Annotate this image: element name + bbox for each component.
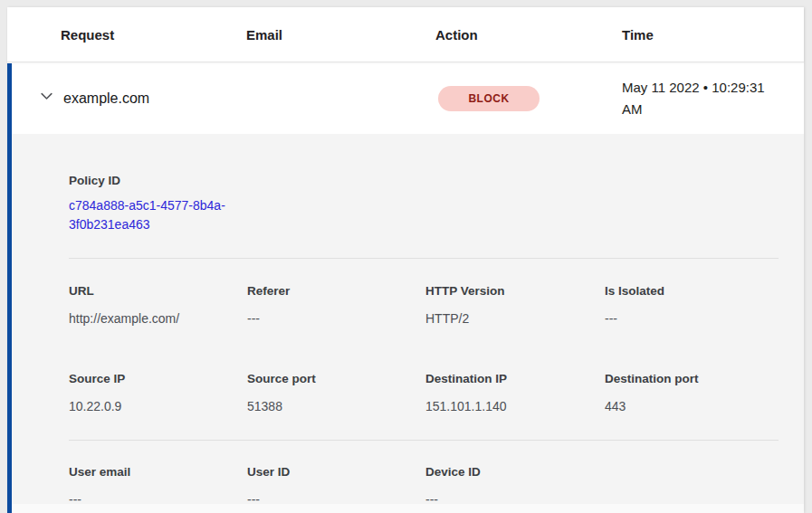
log-details-panel: Policy ID c784a888-a5c1-4577-8b4a-3f0b23… bbox=[7, 134, 804, 513]
field-label: Source IP bbox=[69, 372, 247, 385]
action-block-badge: BLOCK bbox=[438, 86, 540, 111]
field-destination-port: Destination port 443 bbox=[605, 372, 779, 413]
field-value: --- bbox=[247, 311, 425, 326]
field-value: http://example.com/ bbox=[69, 311, 247, 326]
field-label: Destination IP bbox=[425, 372, 605, 385]
expanded-row-accent-bar bbox=[7, 63, 12, 513]
policy-id-link[interactable]: c784a888-a5c1-4577-8b4a-3f0b231ea463 bbox=[69, 196, 250, 234]
field-value: 443 bbox=[605, 399, 779, 413]
policy-id-block: Policy ID c784a888-a5c1-4577-8b4a-3f0b23… bbox=[69, 174, 779, 234]
field-value: HTTP/2 bbox=[425, 311, 605, 326]
field-label: HTTP Version bbox=[425, 284, 605, 298]
chevron-down-icon bbox=[39, 89, 54, 108]
field-value: --- bbox=[605, 311, 779, 326]
field-label: URL bbox=[69, 284, 247, 298]
field-user-id: User ID --- bbox=[247, 465, 425, 507]
row-action-cell: BLOCK bbox=[438, 86, 622, 111]
column-header-time: Time bbox=[622, 27, 804, 43]
policy-id-label: Policy ID bbox=[69, 174, 779, 187]
details-row-http: URL http://example.com/ Referer --- HTTP… bbox=[69, 284, 779, 326]
column-header-request: Request bbox=[61, 27, 246, 43]
section-divider bbox=[69, 440, 779, 441]
field-value: 10.22.0.9 bbox=[69, 399, 247, 413]
field-referer: Referer --- bbox=[247, 284, 425, 326]
field-url: URL http://example.com/ bbox=[69, 284, 247, 326]
field-user-email: User email --- bbox=[69, 465, 247, 507]
table-header-row: Request Email Action Time bbox=[7, 7, 804, 62]
column-header-email: Email bbox=[246, 27, 435, 43]
field-value: 151.101.1.140 bbox=[425, 399, 605, 413]
field-device-id: Device ID --- bbox=[425, 465, 605, 507]
row-time: May 11 2022 • 10:29:31 AM bbox=[622, 77, 779, 120]
field-value: 51388 bbox=[247, 399, 425, 413]
field-label: Device ID bbox=[425, 465, 605, 479]
field-destination-ip: Destination IP 151.101.1.140 bbox=[425, 372, 605, 413]
details-row-network: Source IP 10.22.0.9 Source port 51388 De… bbox=[69, 372, 779, 413]
log-row-expanded[interactable]: example.com BLOCK May 11 2022 • 10:29:31… bbox=[7, 62, 804, 134]
field-label: Is Isolated bbox=[605, 284, 779, 298]
field-source-ip: Source IP 10.22.0.9 bbox=[69, 372, 247, 413]
panel-bottom-strip bbox=[7, 504, 804, 513]
field-label: User email bbox=[69, 465, 247, 479]
log-table-card: Request Email Action Time example.com BL… bbox=[7, 7, 804, 513]
row-request-domain: example.com bbox=[63, 90, 438, 107]
details-row-user: User email --- User ID --- Device ID --- bbox=[69, 465, 779, 507]
field-label: Destination port bbox=[605, 372, 779, 385]
field-label: User ID bbox=[247, 465, 425, 479]
column-header-action: Action bbox=[435, 27, 622, 43]
field-is-isolated: Is Isolated --- bbox=[605, 284, 779, 326]
field-label: Source port bbox=[247, 372, 425, 385]
collapse-row-button[interactable] bbox=[37, 90, 55, 108]
field-http-version: HTTP Version HTTP/2 bbox=[425, 284, 605, 326]
field-source-port: Source port 51388 bbox=[247, 372, 425, 413]
field-label: Referer bbox=[247, 284, 425, 298]
section-divider bbox=[69, 258, 779, 259]
